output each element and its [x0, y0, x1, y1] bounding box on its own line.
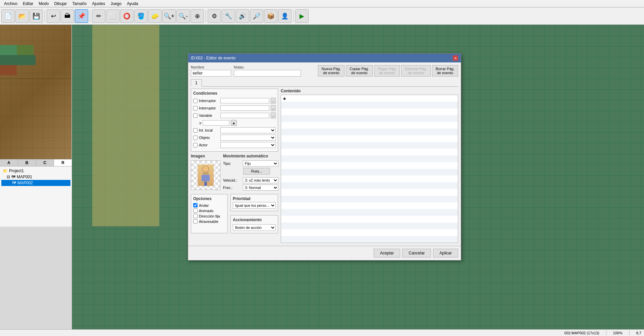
- contenido-row-15: [281, 196, 458, 202]
- layer-tab-c[interactable]: C: [36, 159, 54, 166]
- animado-checkbox[interactable]: [193, 208, 198, 213]
- page-buttons: Nueva Pág.de evento Copiar Pág.de evento…: [318, 65, 458, 77]
- layer-tab-b[interactable]: B: [18, 159, 36, 166]
- menu-ajustes[interactable]: Ajustes: [89, 1, 108, 7]
- zoom-in-button[interactable]: 🔍+: [162, 9, 176, 23]
- layer-tab-a[interactable]: A: [0, 159, 18, 166]
- nueva-pag-button[interactable]: Nueva Pág.de evento: [318, 65, 344, 77]
- eliminar-pag-button[interactable]: Eliminar Pág.de evento: [401, 65, 430, 77]
- resource-button[interactable]: 🔧: [222, 9, 235, 23]
- zoom-100-button[interactable]: ⊕: [191, 9, 204, 23]
- aceptar-button[interactable]: Aceptar: [374, 249, 400, 257]
- interruptor1-ellipsis[interactable]: ...: [271, 98, 276, 104]
- interruptor1-input[interactable]: [220, 98, 269, 103]
- tree-item-map002[interactable]: 🗺 MAP002: [1, 180, 70, 186]
- objeto-check[interactable]: [193, 136, 198, 140]
- interruptor2-check[interactable]: [193, 106, 198, 110]
- map-area[interactable]: ID:002 - Editor de evento ✕ Nombre: Nota…: [72, 25, 644, 329]
- layer-tab-r[interactable]: R: [54, 159, 72, 166]
- settings-button[interactable]: ⚙: [208, 9, 221, 23]
- gte-value[interactable]: [203, 120, 229, 126]
- actor-check[interactable]: [193, 143, 198, 147]
- terrain-button[interactable]: 🏔: [61, 9, 74, 23]
- open-button[interactable]: 📂: [15, 9, 29, 23]
- actor-select[interactable]: [220, 142, 276, 148]
- frec-select[interactable]: 1: Mínima2: Baja3: Normal4: Alta5: Máxim…: [243, 185, 278, 191]
- contenido-row-12: [281, 176, 458, 182]
- magnify-button[interactable]: 🔎: [250, 9, 263, 23]
- velocidad-row: Velocid.: 1: x8 más lento2: x4 más lento…: [223, 177, 278, 183]
- tileset-area[interactable]: [0, 25, 71, 159]
- imagen-box: Imagen: [191, 154, 220, 192]
- copiar-pag-button[interactable]: Copiar Pág.de evento: [346, 65, 373, 77]
- expand-icon: ⊟: [7, 175, 10, 179]
- tipo-select[interactable]: FijoAleatorioAcercarHuirPersonalizado: [243, 160, 278, 166]
- nombre-input[interactable]: [191, 70, 231, 77]
- new-button[interactable]: 📄: [1, 9, 15, 23]
- aplicar-button[interactable]: Aplicar: [433, 249, 458, 257]
- event-mode-button[interactable]: 📌: [75, 9, 88, 23]
- package-button[interactable]: 📦: [264, 9, 277, 23]
- pegar-pag-button[interactable]: Pegar Pág.de evento: [374, 65, 400, 77]
- tree-item-map001[interactable]: ⊟ 🗺 MAP001: [1, 174, 70, 180]
- circle-button[interactable]: ⭕: [120, 9, 133, 23]
- interruptor2-ellipsis[interactable]: ...: [271, 105, 276, 111]
- objeto-select[interactable]: [220, 135, 276, 141]
- atravesable-checkbox-label: Atravesable: [193, 219, 225, 224]
- folder-icon: 📁: [3, 169, 8, 173]
- menu-ayuda[interactable]: Ayuda: [124, 1, 141, 7]
- animado-checkbox-label: Animado: [193, 208, 225, 213]
- contenido-area[interactable]: ◆: [281, 95, 458, 243]
- menu-archivo[interactable]: Archivo: [1, 1, 20, 7]
- menu-editar[interactable]: Editar: [20, 1, 36, 7]
- interruptor1-check[interactable]: [193, 99, 198, 103]
- character-button[interactable]: 👤: [278, 9, 291, 23]
- contenido-row-18: [281, 216, 458, 223]
- page-tabs: 1: [191, 79, 458, 87]
- frec-row: Frec.: 1: Mínima2: Baja3: Normal4: Alta5…: [223, 185, 278, 191]
- dialog-close-button[interactable]: ✕: [453, 55, 458, 61]
- velocidad-select[interactable]: 1: x8 más lento2: x4 más lento3: x2 más …: [243, 177, 278, 183]
- variable-ellipsis[interactable]: ...: [271, 112, 276, 118]
- borrar-pag-button[interactable]: Borrar Pág.de evento: [432, 65, 458, 77]
- imagen-title: Imagen: [191, 154, 220, 158]
- zoom-out-button[interactable]: 🔍-: [176, 9, 190, 23]
- eraser-button[interactable]: 🧽: [148, 9, 162, 23]
- menu-modo[interactable]: Modo: [36, 1, 51, 7]
- contenido-row-13: [281, 182, 458, 189]
- prioridad-select[interactable]: Debajo de perso...Igual que los perso...…: [233, 202, 276, 209]
- sound-button[interactable]: 🔊: [236, 9, 249, 23]
- pencil-button[interactable]: ✏: [92, 9, 105, 23]
- andar-label: Andar: [199, 203, 209, 207]
- project-tree[interactable]: 📁 Project1 ⊟ 🗺 MAP001 🗺 MAP002: [0, 166, 72, 227]
- direccion-fija-checkbox[interactable]: [193, 214, 198, 218]
- atravesable-checkbox[interactable]: [193, 219, 198, 224]
- movimiento-title: Movimiento automático: [223, 154, 278, 158]
- undo-button[interactable]: ↩: [47, 9, 60, 23]
- gte-spin-up[interactable]: ▲: [231, 120, 237, 126]
- int-local-check[interactable]: [193, 128, 198, 133]
- menu-juego[interactable]: Juego: [108, 1, 124, 7]
- animado-label: Animado: [199, 209, 213, 213]
- tree-item-project[interactable]: 📁 Project1: [1, 168, 70, 174]
- notas-input[interactable]: [234, 70, 301, 77]
- play-button[interactable]: ▶: [295, 9, 309, 23]
- page-tab-1[interactable]: 1: [191, 79, 202, 87]
- statusbar-sep-2: [629, 331, 630, 335]
- menu-tamano[interactable]: Tamaño: [69, 1, 89, 7]
- contenido-title: Contenido: [281, 89, 458, 93]
- cancelar-button[interactable]: Cancelar: [402, 249, 431, 257]
- imagen-preview[interactable]: [191, 160, 220, 190]
- fill-button[interactable]: 🪣: [134, 9, 148, 23]
- save-button[interactable]: 💾: [30, 9, 43, 23]
- accionamiento-select[interactable]: Botón de acciónAl tocar al jugadorAl toc…: [233, 224, 276, 231]
- rect-button[interactable]: ⬜: [106, 9, 119, 23]
- variable-input[interactable]: [220, 113, 269, 118]
- ruta-button[interactable]: Ruta...: [243, 168, 270, 175]
- andar-checkbox[interactable]: [193, 203, 198, 207]
- dialog-footer: Aceptar Cancelar Aplicar: [188, 246, 461, 260]
- variable-check[interactable]: [193, 113, 198, 118]
- menu-dibujar[interactable]: Dibujar: [51, 1, 69, 7]
- interruptor2-input[interactable]: [220, 105, 269, 111]
- int-local-select[interactable]: [220, 127, 276, 133]
